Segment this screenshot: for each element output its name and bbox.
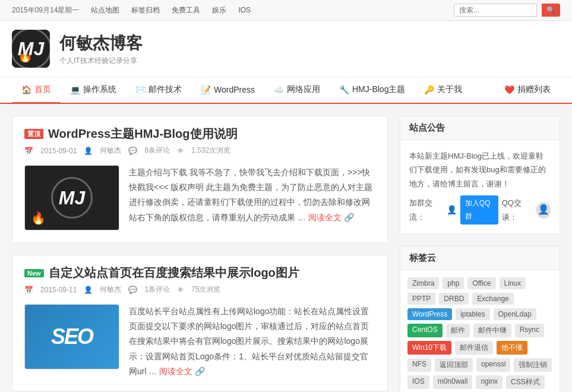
site-title: 何敏杰博客 — [59, 32, 143, 55]
theme-icon: 🔧 — [339, 85, 349, 94]
tag-item[interactable]: Win10下载 — [407, 341, 451, 355]
post-1-title[interactable]: WordPress主题HMJ-Blog使用说明 — [48, 126, 238, 142]
heart-icon: ❤️ — [504, 85, 514, 94]
post-2-views: 75次浏览 — [191, 284, 220, 295]
announcement-title: 站点公告 — [400, 116, 560, 140]
main-nav: 🏠 首页 💻 操作系统 ✉️ 邮件技术 📝 WordPress ☁️ 网络应用 … — [0, 77, 572, 104]
post-2-comment-icon: 💬 — [128, 286, 137, 294]
topbar-link-entertainment[interactable]: 娱乐 — [212, 5, 226, 15]
post-1-body: MJ 🔥 主题介绍与下载 我等不急了，快带我飞去介绍和下载页面，>>>快快戳我<… — [12, 159, 387, 242]
wp-icon: 📝 — [201, 85, 211, 94]
post-1-thumb: MJ 🔥 — [24, 165, 119, 230]
post-2-excerpt-text: 百度站长平台站点属性有上传网站logo功能：站长在站点属性设置页面提交以下要求的… — [129, 306, 369, 376]
site-header: MJ 🔥 何敏杰博客 个人IT技术经验记录分享 — [0, 21, 572, 77]
post-2-date-icon: 📅 — [24, 286, 33, 294]
post-2-link-icon: 🔗 — [195, 366, 205, 376]
logo-text: MJ — [18, 38, 44, 60]
post-1-date-icon: 📅 — [24, 147, 33, 155]
nav-wordpress[interactable]: 📝 WordPress — [191, 78, 264, 103]
post-2-badge: New — [24, 269, 44, 277]
post-2-author: 何敏杰 — [100, 284, 121, 295]
post-2-author-icon: 👤 — [84, 286, 93, 294]
tag-item[interactable]: WordPress — [407, 308, 452, 320]
search-button[interactable]: 🔍 — [542, 4, 560, 17]
post-2: New 自定义站点首页在百度搜索结果中展示logo图片 📅 2015-09-11… — [12, 255, 388, 391]
tag-item[interactable]: 邮件 — [446, 324, 470, 337]
qq-exchange-label: 加群交流： — [409, 196, 443, 224]
tag-item[interactable]: CentOS — [407, 324, 443, 337]
post-1-link-icon: 🔗 — [344, 213, 354, 222]
tag-item[interactable]: IOS — [407, 375, 429, 389]
post-1-date: 2015-09-01 — [40, 147, 77, 155]
post-2-meta: 📅 2015-09-11 👤 何敏杰 💬 1条评论 👁 75次浏览 — [12, 281, 387, 298]
nav-mail[interactable]: ✉️ 邮件技术 — [126, 77, 191, 104]
nav-about[interactable]: 🔑 关于我 — [415, 77, 472, 104]
announcement-text: 本站新主题HMJ-Blog已上线，欢迎童鞋们下载使用，如有发现bug和需要修正的… — [409, 149, 551, 191]
tag-item[interactable]: Office — [467, 277, 495, 289]
topbar-search: 🔍 — [454, 4, 560, 17]
post-1-author: 何敏杰 — [100, 146, 121, 156]
home-icon: 🏠 — [21, 85, 31, 94]
tag-item[interactable]: Rsync — [515, 324, 544, 337]
tag-item[interactable]: iptables — [456, 308, 489, 320]
post-1: 置顶 WordPress主题HMJ-Blog使用说明 📅 2015-09-01 … — [12, 116, 388, 243]
nav-donate-label: 捐赠列表 — [517, 84, 551, 95]
qq-join-button[interactable]: 加入QQ群 — [460, 195, 498, 225]
post-1-read-more[interactable]: 阅读全文 — [308, 213, 342, 222]
post-1-comment-icon: 💬 — [128, 147, 137, 155]
nav-theme[interactable]: 🔧 HMJ-Blog主题 — [330, 77, 415, 104]
nav-network-label: 网络应用 — [287, 84, 320, 95]
topbar-link-tools[interactable]: 免费工具 — [172, 5, 200, 15]
search-input[interactable] — [454, 4, 537, 17]
post-2-excerpt: 百度站长平台站点属性有上传网站logo功能：站长在站点属性设置页面提交以下要求的… — [129, 304, 375, 379]
tag-item[interactable]: 强制注销 — [514, 358, 552, 372]
tag-item[interactable]: PPTP — [407, 293, 435, 305]
tag-item[interactable]: Zimbra — [407, 277, 439, 289]
topbar-link-tags[interactable]: 标签归档 — [131, 5, 160, 15]
post-2-views-icon: 👁 — [177, 286, 184, 294]
post-2-title[interactable]: 自定义站点首页在百度搜索结果中展示logo图片 — [49, 265, 299, 281]
tags-widget: 标签云 ZimbraphpOfficeLinuxPPTPDRBDExchange… — [400, 246, 560, 392]
tag-item[interactable]: m0n0wall — [433, 375, 473, 389]
tag-item[interactable]: NFS — [407, 358, 431, 372]
tag-item[interactable]: openssl — [476, 358, 510, 372]
tag-item[interactable]: OpenLdap — [494, 308, 536, 320]
nav-network[interactable]: ☁️ 网络应用 — [264, 77, 330, 104]
nav-home[interactable]: 🏠 首页 — [12, 77, 61, 104]
tag-item[interactable]: 邮件退信 — [455, 341, 493, 355]
mail-icon: ✉️ — [135, 85, 146, 94]
tag-item[interactable]: DRBD — [439, 293, 469, 305]
qq-chat-avatar: 👤 — [536, 202, 551, 219]
tag-item[interactable]: nginx — [476, 375, 503, 389]
tag-item[interactable]: 邮件中继 — [473, 324, 511, 337]
cloud-icon: ☁️ — [274, 85, 284, 94]
post-1-excerpt: 主题介绍与下载 我等不急了，快带我飞去介绍和下载页面，>>>快快戳我<<< 版权… — [129, 165, 375, 230]
topbar-left: 2015年09月14星期一 站点地图 标签归档 免费工具 娱乐 IOS — [12, 5, 251, 15]
nav-donate[interactable]: ❤️ 捐赠列表 — [495, 77, 560, 104]
topbar-link-sitemap[interactable]: 站点地图 — [91, 5, 119, 15]
tag-item[interactable]: php — [443, 277, 464, 289]
tag-item[interactable]: CSS样式 — [506, 375, 545, 389]
site-logo: MJ 🔥 — [12, 30, 50, 68]
qq-btn-label: 加入QQ群 — [465, 197, 494, 223]
main-content: 置顶 WordPress主题HMJ-Blog使用说明 📅 2015-09-01 … — [12, 116, 388, 392]
post-2-read-more[interactable]: 阅读全文 — [159, 366, 192, 376]
nav-about-label: 关于我 — [437, 84, 462, 95]
tag-item[interactable]: 返回顶部 — [435, 358, 473, 372]
nav-os[interactable]: 💻 操作系统 — [61, 77, 126, 104]
tag-item[interactable]: Linux — [500, 277, 526, 289]
tag-item[interactable]: 他不懂 — [497, 341, 527, 355]
main-container: 置顶 WordPress主题HMJ-Blog使用说明 📅 2015-09-01 … — [0, 104, 572, 392]
post-2-body: SEO 百度站长平台站点属性有上传网站logo功能：站长在站点属性设置页面提交以… — [12, 298, 387, 391]
qq-exchange-row: 加群交流： 👤 加入QQ群 QQ交谈： 👤 — [409, 195, 551, 225]
post-1-views: 1,532次浏览 — [191, 146, 230, 156]
topbar-link-ios[interactable]: IOS — [238, 6, 251, 14]
nav-home-label: 首页 — [34, 84, 51, 95]
qq-chat-label: QQ交谈： — [502, 196, 533, 224]
post-2-comments: 1条评论 — [144, 284, 170, 295]
seo-thumb: SEO — [25, 305, 119, 369]
post-2-date: 2015-09-11 — [40, 286, 77, 294]
thumb-flame-icon: 🔥 — [31, 211, 46, 225]
qq-avatar-icon: 👤 — [447, 203, 457, 217]
tag-item[interactable]: Exchange — [472, 293, 513, 305]
